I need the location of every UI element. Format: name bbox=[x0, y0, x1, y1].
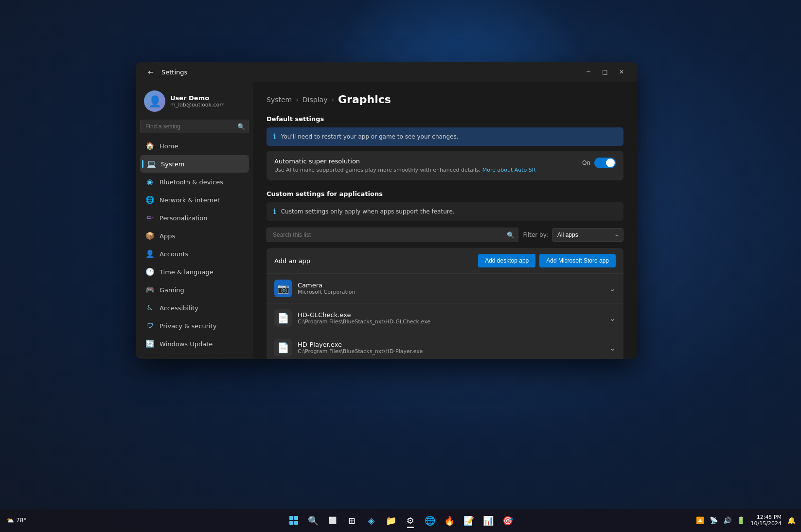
user-info: User Demo m_lab@outlook.com bbox=[170, 94, 225, 108]
taskbar-search-icon: 🔍 bbox=[308, 515, 319, 526]
filter-by: Filter by: All apps Classic apps Microso… bbox=[523, 228, 623, 242]
taskbar-widgets[interactable]: ⊞ bbox=[343, 512, 361, 529]
start-button[interactable] bbox=[285, 512, 303, 529]
maximize-button[interactable]: □ bbox=[597, 65, 613, 79]
user-email: m_lab@outlook.com bbox=[170, 102, 225, 108]
nav-label-home: Home bbox=[160, 142, 178, 150]
breadcrumb: System › Display › Graphics bbox=[267, 93, 623, 106]
user-profile[interactable]: 👤 User Demo m_lab@outlook.com bbox=[140, 86, 249, 120]
app-list-item-hd-glcheck[interactable]: 📄 HD-GLCheck.exe C:\Program Files\BlueSt… bbox=[267, 303, 623, 333]
default-section-title: Default settings bbox=[267, 115, 623, 123]
info-banner: ℹ You'll need to restart your app or gam… bbox=[267, 127, 623, 146]
search-input[interactable] bbox=[140, 120, 249, 133]
taskbar-settings[interactable]: ⚙ bbox=[402, 512, 419, 529]
nav-item-time[interactable]: 🕐 Time & language bbox=[140, 263, 249, 281]
app-list-item-hd-player[interactable]: 📄 HD-Player.exe C:\Program Files\BlueSta… bbox=[267, 333, 623, 359]
info-banner-text: You'll need to restart your app or game … bbox=[281, 133, 459, 140]
info-banner-icon: ℹ bbox=[273, 132, 276, 141]
breadcrumb-sep-2: › bbox=[331, 96, 334, 104]
nav-item-bluetooth[interactable]: ◉ Bluetooth & devices bbox=[140, 173, 249, 191]
taskbar-edge[interactable]: ◈ bbox=[363, 512, 380, 529]
search-box: 🔍 bbox=[140, 120, 249, 133]
nav-item-home[interactable]: 🏠 Home bbox=[140, 137, 249, 155]
taskbar-explorer[interactable]: 📁 bbox=[382, 512, 400, 529]
taskbar-search[interactable]: 🔍 bbox=[304, 512, 322, 529]
app2-icon: 🔥 bbox=[444, 515, 455, 526]
nav-item-privacy[interactable]: 🛡 Privacy & security bbox=[140, 317, 249, 335]
breadcrumb-system[interactable]: System bbox=[267, 96, 292, 104]
hd-player-icon-box: 📄 bbox=[274, 339, 292, 356]
taskbar-app3[interactable]: 📝 bbox=[460, 512, 478, 529]
personalization-icon: ✏ bbox=[145, 213, 155, 223]
auto-sr-toggle-container: On bbox=[582, 158, 616, 168]
weather-icon: ⛅ bbox=[7, 517, 14, 524]
privacy-icon: 🛡 bbox=[145, 321, 155, 331]
accounts-icon: 👤 bbox=[145, 249, 155, 259]
taskbar-app1[interactable]: 🌐 bbox=[421, 512, 439, 529]
weather-widget[interactable]: ⛅ 78° bbox=[4, 517, 29, 524]
tray-network-icon[interactable]: 📡 bbox=[708, 512, 720, 529]
camera-app-name: Camera bbox=[298, 282, 604, 289]
system-icon: 💻 bbox=[146, 159, 156, 169]
taskbar-app5[interactable]: 🎯 bbox=[499, 512, 516, 529]
add-app-row: Add an app Add desktop app Add Microsoft… bbox=[267, 248, 623, 274]
tray-battery-icon[interactable]: 🔋 bbox=[735, 512, 747, 529]
hd-player-app-info: HD-Player.exe C:\Program Files\BlueStack… bbox=[298, 341, 604, 355]
auto-sr-toggle[interactable] bbox=[594, 158, 616, 168]
taskbar-taskview[interactable]: ⬜ bbox=[324, 512, 341, 529]
nav-item-accounts[interactable]: 👤 Accounts bbox=[140, 245, 249, 263]
app-search-input[interactable] bbox=[267, 228, 518, 242]
back-button[interactable]: ← bbox=[144, 65, 158, 79]
tray-time[interactable]: 12:45 PM 10/15/2024 bbox=[749, 514, 783, 527]
app4-icon: 📊 bbox=[483, 515, 494, 526]
nav-item-gaming[interactable]: 🎮 Gaming bbox=[140, 281, 249, 299]
close-button[interactable]: ✕ bbox=[614, 65, 629, 79]
nav-label-system: System bbox=[161, 160, 184, 168]
auto-sr-link[interactable]: More about Auto SR bbox=[482, 167, 536, 173]
user-name: User Demo bbox=[170, 94, 225, 102]
nav-label-apps: Apps bbox=[160, 232, 175, 240]
minimize-button[interactable]: ─ bbox=[581, 65, 596, 79]
avatar: 👤 bbox=[144, 90, 165, 112]
hd-glcheck-icon-box: 📄 bbox=[274, 309, 292, 327]
hd-glcheck-chevron-icon: ⌄ bbox=[609, 314, 616, 323]
custom-section: Custom settings for applications ℹ Custo… bbox=[267, 190, 623, 359]
taskbar-right: 🔼 📡 🔊 🔋 12:45 PM 10/15/2024 🔔 bbox=[694, 512, 797, 529]
windows-logo bbox=[289, 516, 298, 525]
settings-body: 👤 User Demo m_lab@outlook.com 🔍 🏠 Home 💻 bbox=[136, 82, 637, 359]
nav-item-network[interactable]: 🌐 Network & internet bbox=[140, 191, 249, 209]
update-icon: 🔄 bbox=[145, 339, 155, 349]
breadcrumb-display[interactable]: Display bbox=[303, 96, 328, 104]
weather-temp: 78° bbox=[16, 517, 26, 524]
time-icon: 🕐 bbox=[145, 267, 155, 277]
tray-sound-icon[interactable]: 🔊 bbox=[722, 512, 733, 529]
filter-label: Filter by: bbox=[523, 231, 548, 238]
taskbar-app2[interactable]: 🔥 bbox=[441, 512, 458, 529]
auto-sr-toggle-label: On bbox=[582, 160, 590, 166]
camera-app-icon-box: 📷 bbox=[274, 280, 292, 297]
hd-glcheck-app-info: HD-GLCheck.exe C:\Program Files\BlueStac… bbox=[298, 311, 604, 325]
taskbar: ⛅ 78° 🔍 ⬜ ⊞ ◈ 📁 bbox=[0, 509, 801, 532]
nav-item-apps[interactable]: 📦 Apps bbox=[140, 227, 249, 245]
nav-label-accessibility: Accessibility bbox=[160, 304, 198, 312]
notification-icon[interactable]: 🔔 bbox=[785, 512, 797, 529]
app3-icon: 📝 bbox=[463, 515, 474, 526]
nav-item-system[interactable]: 💻 System bbox=[140, 155, 249, 173]
tray-arrow-icon[interactable]: 🔼 bbox=[694, 512, 706, 529]
taskbar-app4[interactable]: 📊 bbox=[480, 512, 497, 529]
app-list-item-camera[interactable]: 📷 Camera Microsoft Corporation ⌄ bbox=[267, 274, 623, 303]
add-app-buttons: Add desktop app Add Microsoft Store app bbox=[478, 254, 616, 267]
app-list-container: Add an app Add desktop app Add Microsoft… bbox=[267, 248, 623, 359]
nav-item-personalization[interactable]: ✏ Personalization bbox=[140, 209, 249, 227]
add-store-app-button[interactable]: Add Microsoft Store app bbox=[539, 254, 616, 267]
nav-label-gaming: Gaming bbox=[160, 286, 184, 294]
nav-item-update[interactable]: 🔄 Windows Update bbox=[140, 335, 249, 353]
breadcrumb-graphics: Graphics bbox=[338, 93, 391, 106]
add-desktop-app-button[interactable]: Add desktop app bbox=[478, 254, 535, 267]
avatar-image: 👤 bbox=[144, 90, 165, 112]
auto-sr-desc: Use AI to make supported games play more… bbox=[274, 166, 535, 174]
app-search-box: 🔍 bbox=[267, 228, 518, 242]
app5-icon: 🎯 bbox=[502, 515, 513, 526]
filter-select[interactable]: All apps Classic apps Microsoft Store ap… bbox=[552, 228, 623, 242]
nav-item-accessibility[interactable]: ♿ Accessibility bbox=[140, 299, 249, 317]
